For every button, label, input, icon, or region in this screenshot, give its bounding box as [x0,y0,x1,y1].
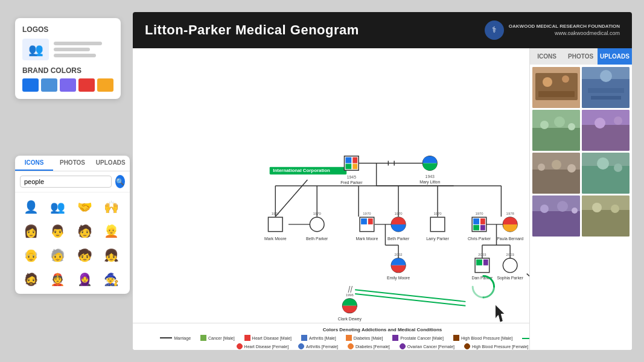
legend-marriage-line [160,337,172,338]
svg-rect-129 [582,210,630,237]
photo-item[interactable] [532,110,580,151]
svg-text:2002: 2002 [395,253,403,256]
svg-text:Emily Moore: Emily Moore [387,276,410,281]
logo-lines [54,42,102,57]
icon-item[interactable]: 👤 [20,196,42,218]
right-tab-icons[interactable]: ICONS [530,48,564,65]
svg-point-112 [595,118,605,129]
svg-text:1967: 1967 [272,212,279,215]
svg-point-122 [614,164,622,172]
svg-text:Larry Parker: Larry Parker [426,237,450,241]
icon-item[interactable]: 🧒 [74,244,95,266]
svg-rect-124 [532,211,580,237]
svg-point-83 [503,258,517,273]
icon-item[interactable]: 👱 [101,220,123,242]
svg-rect-60 [473,218,479,224]
tab-icons[interactable]: ICONS [15,156,53,171]
svg-point-118 [567,164,576,173]
svg-text:Sophia Parker: Sophia Parker [497,276,523,281]
oakwood-url: www.oakwoodmedical.com [509,30,620,37]
svg-rect-50 [368,218,373,224]
icon-item[interactable]: 👧 [101,244,123,266]
right-tab-uploads[interactable]: UPLOADS [598,48,632,65]
photo-item[interactable] [582,153,630,194]
color-swatch-lightblue[interactable] [41,78,57,92]
legend-prostate-male-label: Prostate Cancer [Male] [400,336,444,340]
svg-point-127 [572,208,578,214]
legend-heart-male: Heart Disease [Male] [244,335,292,341]
svg-text:1970: 1970 [434,212,442,215]
legend-cancer-male-box [200,335,206,341]
color-swatch-blue[interactable] [22,78,39,92]
color-swatch-orange[interactable] [97,78,113,92]
svg-point-102 [600,70,612,82]
svg-rect-115 [532,170,580,194]
photo-item[interactable] [582,195,630,237]
brand-colors-row [22,78,113,92]
oakwood-name: OAKWOOD MEDICAL RESEARCH FOUNDATION [509,23,620,30]
svg-point-125 [540,205,549,213]
icons-search-bar: 🔍 [15,171,130,192]
icon-item[interactable]: 🧕 [74,268,95,290]
icon-item[interactable]: 🤝 [74,196,95,218]
svg-point-126 [557,201,568,212]
legend-heart-female: Heart Disease [Female] [237,343,289,349]
oakwood-logo-icon: ⚕ [485,21,504,40]
photo-item[interactable] [582,110,630,151]
svg-text:Mark Moore: Mark Moore [264,237,287,241]
icon-item[interactable]: 🧑 [74,220,95,242]
photo-item[interactable] [532,153,580,194]
svg-point-107 [540,121,549,129]
legend-ovarian-label: Ovarian Cancer [Female] [407,345,454,349]
svg-rect-62 [473,225,479,230]
logo-icon: 👥 [22,39,49,60]
icon-item[interactable]: 👲 [47,268,69,290]
tab-uploads[interactable]: UPLOADS [92,156,130,171]
icon-item[interactable]: 🧓 [47,244,69,266]
photo-item[interactable] [532,195,580,237]
color-swatch-red[interactable] [78,78,95,92]
svg-rect-101 [582,79,630,108]
svg-rect-49 [361,218,367,224]
svg-text:Beth Parker: Beth Parker [306,237,328,241]
search-button[interactable]: 🔍 [115,175,125,188]
tab-photos[interactable]: PHOTOS [53,156,91,171]
icon-item[interactable]: 🧙 [101,268,123,290]
legend-heart-female-circle [237,343,243,349]
logo-line-2 [54,48,90,51]
svg-point-113 [614,116,622,125]
icon-item[interactable]: 🙌 [101,196,123,218]
genogram-body: // International Corporation 1945 Fred P… [133,48,632,350]
legend-bp-male-label: High Blood Pressure [Male] [461,336,512,340]
legend-arthritis-female-label: Arthritis [Female] [306,345,338,349]
legend-heart-male-box [244,335,250,341]
svg-text:Beth Parker: Beth Parker [387,237,410,241]
svg-rect-106 [532,128,580,151]
svg-text:Mary Litton: Mary Litton [419,180,440,185]
main-canvas: Litton-Parker Medical Genogram ⚕ OAKWOOD… [133,12,632,350]
right-panel-tabs: ICONS PHOTOS UPLOADS [530,48,632,65]
photo-item[interactable] [582,67,630,108]
svg-text:1970: 1970 [395,212,403,215]
icon-item[interactable]: 👴 [20,244,42,266]
icon-item[interactable]: 👥 [47,196,69,218]
genogram-title: Litton-Parker Medical Genogram [145,22,359,38]
right-tab-photos[interactable]: PHOTOS [564,48,598,65]
icon-item[interactable]: 👨 [47,220,69,242]
icon-item[interactable]: 🧔 [20,268,42,290]
legend-bp-female: High Blood Pressure [Female] [464,343,528,349]
icons-panel: ICONS PHOTOS UPLOADS 🔍 👤 👥 🤝 🙌 👩 👨 🧑 👱 👴… [15,156,130,294]
icon-item[interactable]: 👩 [20,220,42,242]
search-input[interactable] [20,176,112,188]
color-swatch-purple[interactable] [60,78,76,92]
genogram-header: Litton-Parker Medical Genogram ⚕ OAKWOOD… [133,12,632,48]
brand-colors-title: BRAND COLORS [22,66,113,75]
photo-item[interactable] [532,67,580,108]
svg-rect-103 [588,88,624,93]
svg-text:2003: 2003 [478,253,486,256]
legend-heart-female-label: Heart Disease [Female] [244,345,289,349]
svg-text:Mark Moore: Mark Moore [356,237,378,241]
svg-text:Clark Dewey: Clark Dewey [338,317,362,322]
svg-point-130 [592,203,602,212]
legend-ovarian-circle [400,343,406,349]
